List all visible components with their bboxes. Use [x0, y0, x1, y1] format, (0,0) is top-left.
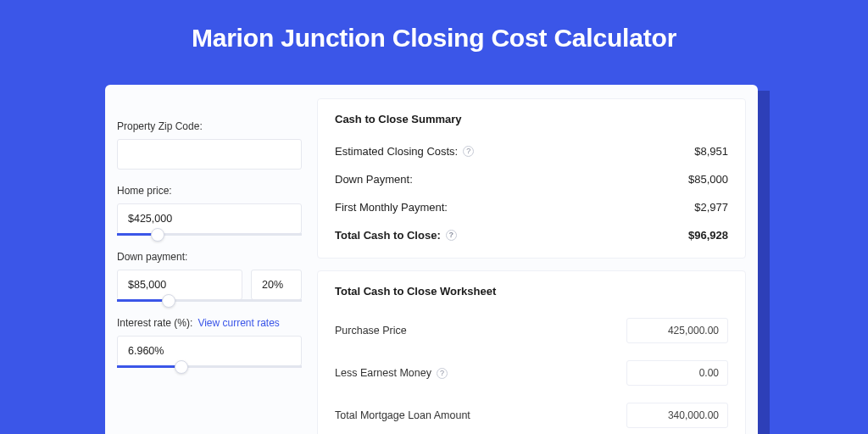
down-payment-slider[interactable]	[117, 299, 302, 302]
help-icon[interactable]: ?	[463, 146, 474, 157]
down-payment-pct-input[interactable]	[251, 270, 302, 300]
inputs-column: Property Zip Code: Home price: Down paym…	[117, 98, 302, 434]
home-price-field-group: Home price:	[117, 185, 302, 236]
home-price-label: Home price:	[117, 185, 302, 197]
interest-rate-field-group: Interest rate (%): View current rates	[117, 317, 302, 368]
worksheet-row: Total Mortgage Loan Amount	[335, 394, 728, 434]
interest-rate-slider-thumb[interactable]	[175, 360, 188, 374]
worksheet-row-input[interactable]	[626, 360, 728, 386]
summary-row-value: $8,951	[694, 145, 728, 158]
down-payment-field-group: Down payment:	[117, 251, 302, 302]
worksheet-row-label: Less Earnest Money	[335, 367, 431, 379]
interest-rate-slider[interactable]	[117, 365, 302, 368]
down-payment-label: Down payment:	[117, 251, 302, 263]
worksheet-row-input[interactable]	[626, 403, 728, 428]
summary-total-row: Total Cash to Close: ? $96,928	[335, 221, 728, 249]
summary-total-label: Total Cash to Close:	[335, 229, 441, 242]
down-payment-slider-thumb[interactable]	[162, 294, 175, 308]
help-icon[interactable]: ?	[437, 368, 448, 379]
zip-label: Property Zip Code:	[117, 120, 302, 132]
down-payment-slider-fill	[117, 299, 169, 302]
home-price-slider[interactable]	[117, 233, 302, 236]
summary-row-label: First Monthly Payment:	[335, 201, 448, 214]
interest-rate-slider-fill	[117, 365, 181, 368]
worksheet-card: Total Cash to Close Worksheet Purchase P…	[317, 270, 746, 434]
summary-row: Estimated Closing Costs: ? $8,951	[335, 137, 728, 165]
worksheet-row: Purchase Price	[335, 309, 728, 352]
worksheet-row-label: Total Mortgage Loan Amount	[335, 409, 470, 421]
home-price-slider-thumb[interactable]	[151, 228, 164, 242]
summary-total-value: $96,928	[688, 229, 728, 242]
worksheet-row: Less Earnest Money ?	[335, 352, 728, 394]
interest-rate-input[interactable]	[117, 336, 302, 366]
summary-card: Cash to Close Summary Estimated Closing …	[317, 98, 746, 259]
summary-row: Down Payment: $85,000	[335, 165, 728, 193]
help-icon[interactable]: ?	[446, 230, 457, 241]
summary-row-label: Estimated Closing Costs:	[335, 145, 458, 158]
view-rates-link[interactable]: View current rates	[198, 317, 280, 329]
interest-rate-label: Interest rate (%):	[117, 317, 192, 329]
summary-row-value: $2,977	[694, 201, 728, 214]
home-price-input[interactable]	[117, 203, 302, 234]
results-column: Cash to Close Summary Estimated Closing …	[317, 98, 746, 434]
page-title: Marion Junction Closing Cost Calculator	[0, 0, 868, 73]
zip-input[interactable]	[117, 139, 302, 170]
worksheet-row-input[interactable]	[626, 318, 728, 343]
zip-field-group: Property Zip Code:	[117, 120, 302, 170]
summary-row-label: Down Payment:	[335, 173, 413, 186]
worksheet-title: Total Cash to Close Worksheet	[335, 285, 728, 298]
worksheet-row-label: Purchase Price	[335, 325, 407, 337]
summary-row: First Monthly Payment: $2,977	[335, 193, 728, 221]
summary-row-value: $85,000	[688, 173, 728, 186]
summary-title: Cash to Close Summary	[335, 113, 728, 125]
down-payment-input[interactable]	[117, 270, 242, 300]
calculator-sheet: Property Zip Code: Home price: Down paym…	[105, 85, 758, 434]
